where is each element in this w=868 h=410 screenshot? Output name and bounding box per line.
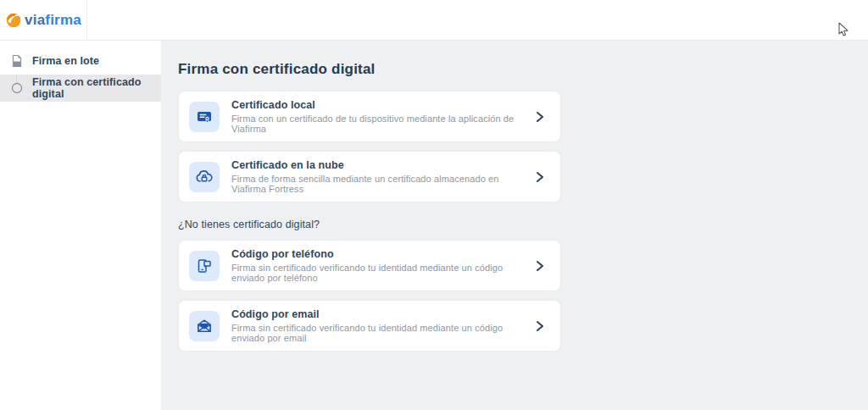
sidebar-item-firma-en-lote[interactable]: Firma en lote — [0, 47, 161, 75]
card-title: Certificado en la nube — [231, 159, 523, 171]
email-code-icon — [189, 311, 220, 341]
viafirma-swirl-icon — [5, 12, 22, 29]
logo-text-firma: firma — [45, 12, 81, 28]
phone-code-icon — [189, 251, 220, 281]
chevron-right-icon — [535, 260, 547, 272]
card-title: Certificado local — [231, 99, 523, 111]
card-codigo-telefono[interactable]: Código por teléfono Firma sin certificad… — [178, 240, 561, 291]
batch-document-icon — [10, 54, 24, 68]
card-title: Código por teléfono — [231, 248, 523, 260]
sidebar-item-label: Firma con certificado digital — [32, 76, 161, 100]
chevron-right-icon — [535, 111, 547, 123]
logo-text-via: via — [25, 12, 45, 28]
card-title: Código por email — [231, 308, 523, 320]
cloud-lock-icon — [189, 162, 220, 192]
card-certificado-local[interactable]: Certificado local Firma con un certifica… — [178, 91, 561, 142]
card-codigo-email[interactable]: Código por email Firma sin certificado v… — [178, 300, 561, 352]
card-description: Firma con un certificado de tu dispositi… — [231, 114, 523, 134]
sidebar-nav: Firma en lote Firma con certificado digi… — [0, 41, 161, 410]
no-certificate-section-label: ¿No tienes certificado digital? — [178, 219, 561, 230]
chevron-right-icon — [535, 320, 547, 332]
step-circle-icon — [10, 81, 24, 95]
viafirma-logo[interactable]: viafirma — [0, 0, 87, 40]
certificate-icon — [189, 102, 220, 132]
app-header: viafirma — [0, 0, 868, 41]
sidebar-item-firma-con-certificado[interactable]: Firma con certificado digital — [0, 75, 161, 102]
page-title: Firma con certificado digital — [178, 61, 868, 78]
sidebar-item-label: Firma en lote — [32, 55, 99, 67]
card-description: Firma sin certificado verificando tu ide… — [231, 263, 523, 283]
main-content: Firma con certificado digital Certificad… — [161, 41, 868, 410]
card-description: Firma sin certificado verificando tu ide… — [231, 323, 523, 343]
card-certificado-nube[interactable]: Certificado en la nube Firma de forma se… — [178, 151, 561, 202]
chevron-right-icon — [535, 171, 547, 183]
card-description: Firma de forma sencilla mediante un cert… — [231, 174, 523, 194]
signature-options-list: Certificado local Firma con un certifica… — [178, 91, 561, 352]
